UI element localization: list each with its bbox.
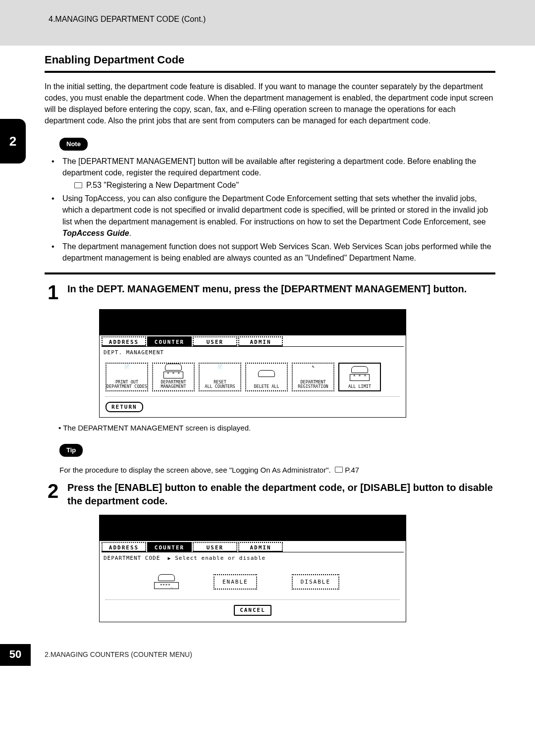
panel-tab-counter[interactable]: COUNTER — [147, 542, 192, 552]
key-icon — [165, 364, 182, 371]
panel-tab-user[interactable]: USER — [193, 542, 237, 552]
note-text: Using TopAccess, you can also configure … — [62, 194, 488, 225]
step-result: • The DEPARTMENT MANAGEMENT screen is di… — [58, 423, 495, 433]
panel-tab-address[interactable]: ADDRESS — [102, 336, 146, 346]
note-item: • The [DEPARTMENT MANAGEMENT] button wil… — [52, 156, 495, 191]
step-number: 1 — [45, 282, 61, 302]
panel-breadcrumb: DEPT. MANAGEMENT — [100, 347, 406, 357]
printout-icon: 📄 — [116, 365, 138, 378]
divider — [45, 71, 495, 73]
panel-btn-cancel[interactable]: CANCEL — [234, 605, 271, 615]
key-icon — [351, 366, 368, 373]
panel-btn-dept-registration[interactable]: ✎ DEPARTMENT REGISTRATION — [292, 363, 334, 391]
page-number: 50 — [0, 644, 31, 666]
note-item: • The department management function doe… — [52, 241, 495, 264]
note-guide-ref: TopAccess Guide — [62, 229, 129, 237]
panel-btn-all-limit[interactable]: * * * ALL LIMIT — [338, 363, 381, 391]
note-ref: P.53 "Registering a New Department Code" — [86, 179, 239, 191]
step-instruction: In the DEPT. MANAGEMENT menu, press the … — [67, 282, 495, 302]
code-icon: * * * — [163, 372, 183, 378]
panel-btn-print-dept-codes[interactable]: 📄 PRINT OUT DEPARTMENT CODES — [106, 363, 148, 391]
panel-tab-admin[interactable]: ADMIN — [238, 542, 283, 552]
book-icon — [74, 182, 82, 188]
intro-paragraph: In the initial setting, the department c… — [45, 81, 495, 127]
header-breadcrumb: 4.MANAGING DEPARTMENT CODE (Cont.) — [45, 0, 535, 25]
note-item: • Using TopAccess, you can also configur… — [52, 193, 495, 239]
panel-tab-counter[interactable]: COUNTER — [147, 336, 192, 346]
breadcrumb-arrow-icon: ▶ — [168, 555, 171, 561]
step-number: 2 — [45, 481, 61, 508]
tip-badge: Tip — [59, 444, 83, 457]
book-icon — [335, 467, 343, 473]
panel-breadcrumb: DEPARTMENT CODE ▶ Select enable or disab… — [100, 552, 406, 563]
panel-btn-label: DEPARTMENT REGISTRATION — [293, 380, 333, 389]
key-icon — [258, 370, 275, 377]
chapter-tab: 2 — [0, 119, 26, 163]
step-instruction: Press the [ENABLE] button to enable the … — [67, 481, 495, 508]
panel-tab-address[interactable]: ADDRESS — [102, 542, 146, 552]
lcd-panel-dept-management: ADDRESS COUNTER USER ADMIN DEPT. MANAGEM… — [99, 309, 406, 418]
panel-btn-disable[interactable]: DISABLE — [292, 574, 339, 590]
code-icon: ****_ — [154, 582, 179, 589]
key-icon — [158, 574, 175, 581]
panel-btn-enable[interactable]: ENABLE — [214, 574, 257, 590]
note-badge: Note — [59, 138, 88, 151]
panel-btn-dept-management[interactable]: * * * DEPARTMENT MANAGEMENT — [152, 363, 195, 391]
panel-topbar — [100, 310, 406, 335]
section-title: Enabling Department Code — [45, 53, 495, 68]
code-icon: * * * — [350, 374, 370, 381]
panel-btn-return[interactable]: RETURN — [106, 402, 143, 412]
divider — [45, 272, 495, 274]
panel-tab-user[interactable]: USER — [193, 336, 237, 346]
registration-icon: ✎ — [302, 365, 324, 378]
panel-btn-reset-counters[interactable]: 📄 RESET ALL COUNTERS — [199, 363, 241, 391]
tip-text: For the procedure to display the screen … — [59, 465, 495, 475]
key-graphic: ****_ — [154, 574, 179, 589]
tip-ref: P.47 — [345, 466, 359, 474]
panel-btn-label: RESET ALL COUNTERS — [200, 380, 240, 389]
note-text: The [DEPARTMENT MANAGEMENT] button will … — [62, 157, 476, 177]
panel-btn-label: PRINT OUT DEPARTMENT CODES — [107, 380, 147, 389]
panel-btn-label: DELETE ALL — [246, 384, 287, 389]
panel-btn-label: ALL LIMIT — [339, 384, 380, 389]
reset-icon: 📄 — [209, 365, 231, 378]
panel-tab-admin[interactable]: ADMIN — [238, 336, 283, 346]
note-text: The department management function does … — [62, 241, 495, 264]
note-text: . — [129, 229, 131, 237]
footer-section-title: 2.MANAGING COUNTERS (COUNTER MENU) — [45, 650, 192, 660]
panel-btn-delete-all[interactable]: DELETE ALL — [245, 363, 288, 391]
panel-topbar — [100, 515, 406, 541]
panel-btn-label: DEPARTMENT MANAGEMENT — [153, 380, 194, 389]
lcd-panel-enable-disable: ADDRESS COUNTER USER ADMIN DEPARTMENT CO… — [99, 515, 406, 622]
